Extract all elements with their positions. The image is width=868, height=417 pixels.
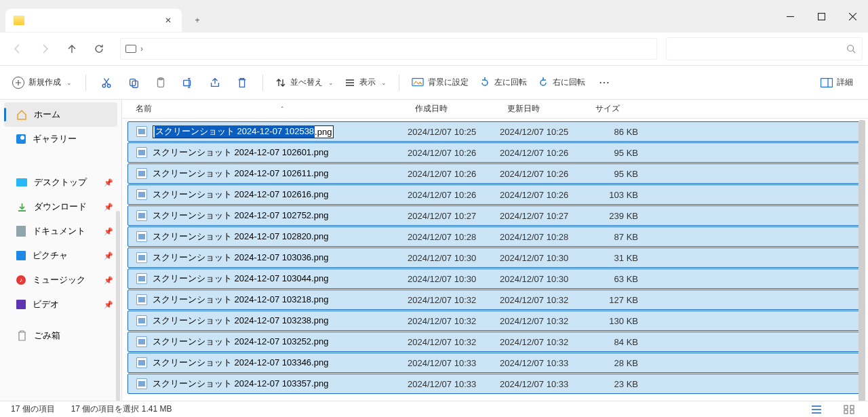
file-row[interactable]: スクリーンショット 2024-12-07 103357.png2024/12/0… [127, 374, 863, 394]
svg-rect-16 [844, 405, 848, 409]
image-file-icon [136, 147, 147, 158]
video-icon [16, 300, 26, 309]
address-bar[interactable]: › [119, 37, 658, 60]
file-size: 103 KB [588, 190, 638, 200]
details-pane-button[interactable]: 詳細 [815, 71, 859, 94]
file-size: 23 KB [588, 379, 638, 389]
file-row[interactable]: スクリーンショット 2024-12-07 102601.png2024/12/0… [127, 142, 863, 163]
sidebar-item-download[interactable]: ダウンロード📌 [0, 195, 121, 219]
file-modified: 2024/12/07 10:32 [500, 337, 588, 347]
main-scrollbar[interactable] [859, 120, 865, 401]
minimize-button[interactable] [774, 0, 806, 33]
music-icon: ♪ [16, 275, 26, 285]
image-file-icon [136, 273, 147, 284]
sidebar-scrollbar[interactable] [116, 211, 120, 401]
sidebar-item-home[interactable]: ホーム [4, 102, 117, 127]
image-file-icon [136, 189, 147, 200]
file-name: スクリーンショット 2024-12-07 103357.png [153, 378, 328, 390]
rename-input[interactable]: スクリーンショット 2024-12-07 102538.png [153, 125, 334, 138]
up-button[interactable] [60, 37, 84, 61]
file-size: 127 KB [588, 295, 638, 305]
view-button[interactable]: 表示 ⌄ [339, 71, 392, 94]
file-modified: 2024/12/07 10:26 [500, 148, 588, 158]
pin-icon: 📌 [104, 178, 113, 187]
sidebar-item-music[interactable]: ♪ミュージック📌 [0, 268, 121, 292]
home-icon [16, 109, 27, 120]
pin-icon: 📌 [104, 252, 113, 260]
set-background-button[interactable]: 背景に設定 [406, 71, 474, 94]
sidebar-item-video[interactable]: ビデオ📌 [0, 292, 121, 317]
search-icon [846, 44, 856, 54]
command-toolbar: 新規作成 ⌄ 並べ替え ⌄ 表示 ⌄ 背景に設定 左に回転 右に回転 ⋯ 詳細 [0, 66, 868, 100]
image-file-icon [136, 357, 147, 368]
maximize-button[interactable] [806, 0, 837, 33]
file-row[interactable]: スクリーンショット 2024-12-07 102752.png2024/12/0… [127, 205, 863, 226]
file-row[interactable]: スクリーンショット 2024-12-07 102820.png2024/12/0… [127, 226, 863, 247]
column-modified[interactable]: 更新日時 [507, 103, 595, 115]
svg-rect-19 [850, 410, 854, 414]
file-row[interactable]: スクリーンショット 2024-12-07 103238.png2024/12/0… [127, 311, 863, 331]
new-button[interactable]: 新規作成 ⌄ [9, 71, 79, 94]
back-button[interactable] [5, 37, 30, 61]
more-button[interactable]: ⋯ [591, 70, 618, 96]
new-label: 新規作成 [28, 77, 61, 88]
file-created: 2024/12/07 10:26 [408, 148, 500, 158]
file-created: 2024/12/07 10:30 [408, 253, 500, 263]
pin-icon: 📌 [104, 227, 113, 236]
svg-point-7 [107, 84, 111, 87]
new-tab-button[interactable]: + [186, 9, 209, 32]
file-row[interactable]: スクリーンショット 2024-12-07 102616.png2024/12/0… [127, 184, 863, 205]
column-name[interactable]: 名前˄ [136, 103, 415, 115]
forward-button[interactable] [33, 37, 57, 61]
sidebar-item-pic[interactable]: ピクチャ📌 [0, 243, 121, 268]
sidebar-item-doc[interactable]: ドキュメント📌 [0, 219, 121, 243]
file-created: 2024/12/07 10:26 [408, 169, 500, 179]
file-created: 2024/12/07 10:32 [408, 316, 500, 326]
file-size: 95 KB [588, 148, 638, 158]
document-icon [16, 226, 26, 237]
file-modified: 2024/12/07 10:26 [500, 190, 588, 200]
details-view-button[interactable] [808, 403, 825, 416]
search-box[interactable] [666, 37, 863, 60]
window-tab[interactable]: ✕ [5, 9, 182, 32]
sort-button[interactable]: 並べ替え ⌄ [270, 71, 339, 94]
rename-button[interactable] [174, 70, 201, 96]
file-row[interactable]: スクリーンショット 2024-12-07 103044.png2024/12/0… [127, 269, 863, 289]
file-row[interactable]: スクリーンショット 2024-12-07 103036.png2024/12/0… [127, 247, 863, 268]
file-created: 2024/12/07 10:32 [408, 295, 500, 305]
title-bar: ✕ + [0, 0, 868, 33]
sidebar-item-desktop[interactable]: デスクトップ📌 [0, 170, 121, 195]
file-row[interactable]: スクリーンショット 2024-12-07 103218.png2024/12/0… [127, 290, 863, 310]
pin-icon: 📌 [104, 203, 113, 212]
close-window-button[interactable] [837, 0, 868, 33]
svg-rect-13 [412, 78, 423, 85]
thumbnails-view-button[interactable] [841, 403, 857, 416]
refresh-button[interactable] [87, 37, 111, 61]
delete-button[interactable] [229, 70, 256, 96]
file-row[interactable]: スクリーンショット 2024-12-07 103346.png2024/12/0… [127, 353, 863, 373]
rotate-right-button[interactable]: 右に回転 [532, 71, 591, 94]
cut-button[interactable] [93, 70, 120, 96]
file-created: 2024/12/07 10:28 [408, 232, 500, 242]
file-row[interactable]: スクリーンショット 2024-12-07 102538.png2024/12/0… [127, 121, 863, 142]
column-headers: 名前˄ 作成日時 更新日時 サイズ [122, 100, 868, 119]
svg-rect-14 [821, 78, 833, 87]
column-size[interactable]: サイズ [595, 103, 648, 115]
sidebar-item-trash[interactable]: ごみ箱 [0, 323, 121, 348]
paste-button[interactable] [147, 70, 174, 96]
file-list-panel: 名前˄ 作成日時 更新日時 サイズ スクリーンショット 2024-12-07 1… [122, 100, 868, 401]
sidebar-item-gallery[interactable]: ギャラリー [0, 127, 121, 151]
file-created: 2024/12/07 10:33 [408, 358, 500, 368]
file-row[interactable]: スクリーンショット 2024-12-07 102611.png2024/12/0… [127, 163, 863, 184]
file-row[interactable]: スクリーンショット 2024-12-07 103252.png2024/12/0… [127, 332, 863, 352]
file-size: 63 KB [588, 274, 638, 284]
share-button[interactable] [201, 70, 229, 96]
tab-close-button[interactable]: ✕ [163, 16, 174, 25]
pin-icon: 📌 [104, 300, 113, 309]
rotate-left-button[interactable]: 左に回転 [474, 71, 532, 94]
plus-circle-icon [12, 77, 24, 89]
copy-button[interactable] [120, 70, 147, 96]
file-created: 2024/12/07 10:32 [408, 337, 500, 347]
column-created[interactable]: 作成日時 [415, 103, 507, 115]
chevron-down-icon: ⌄ [66, 79, 72, 86]
